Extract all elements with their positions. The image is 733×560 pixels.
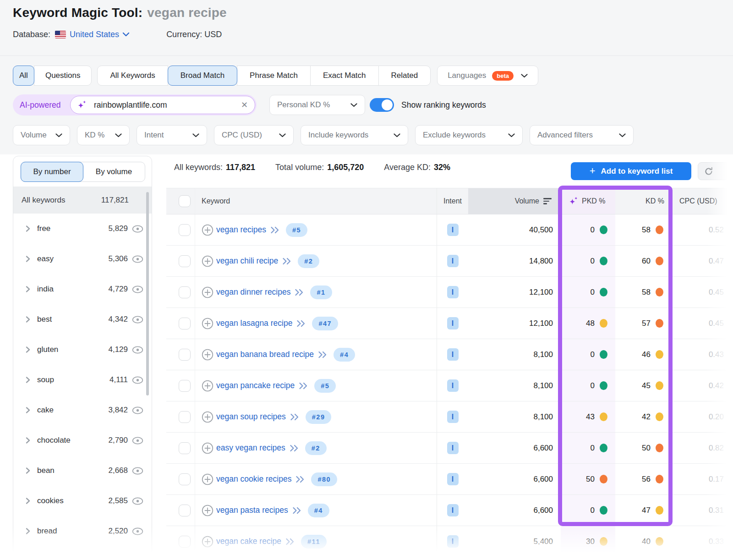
add-keyword-icon[interactable]: [202, 411, 213, 423]
eye-icon[interactable]: [132, 255, 143, 263]
keyword-link[interactable]: vegan cake recipe: [216, 537, 281, 546]
chevron-right-icon[interactable]: [26, 285, 30, 293]
eye-icon[interactable]: [132, 467, 143, 475]
row-checkbox[interactable]: [179, 318, 191, 329]
keyword-link[interactable]: vegan soup recipes: [216, 412, 286, 422]
select-all-checkbox[interactable]: [179, 195, 191, 207]
row-checkbox[interactable]: [179, 380, 191, 392]
chevron-right-icon[interactable]: [26, 316, 30, 323]
keyword-group-item[interactable]: soup 4,111: [13, 365, 152, 395]
keyword-group-item[interactable]: easy 5,306: [13, 244, 152, 274]
add-keyword-icon[interactable]: [202, 505, 213, 516]
chevron-right-icon[interactable]: [26, 346, 30, 353]
row-checkbox[interactable]: [179, 536, 191, 548]
show-ranking-toggle[interactable]: [370, 98, 394, 112]
refresh-button[interactable]: [698, 162, 733, 180]
tab-all[interactable]: All: [13, 66, 34, 86]
intent-filter[interactable]: Intent: [137, 125, 207, 145]
double-chevron-icon[interactable]: [282, 258, 292, 265]
add-keyword-icon[interactable]: [202, 380, 213, 392]
add-keyword-icon[interactable]: [202, 349, 213, 361]
double-chevron-icon[interactable]: [296, 320, 306, 327]
eye-icon[interactable]: [132, 437, 143, 445]
double-chevron-icon[interactable]: [290, 445, 299, 452]
keyword-group-item[interactable]: bread 2,520: [13, 516, 152, 546]
chevron-right-icon[interactable]: [26, 225, 30, 232]
row-checkbox[interactable]: [179, 286, 191, 298]
add-keyword-icon[interactable]: [202, 442, 213, 454]
tab-all-keywords[interactable]: All Keywords: [97, 66, 168, 86]
tab-phrase-match[interactable]: Phrase Match: [237, 66, 311, 86]
eye-icon[interactable]: [132, 316, 143, 324]
keyword-group-item[interactable]: chocolate 2,790: [13, 425, 152, 456]
eye-icon[interactable]: [132, 285, 143, 293]
column-header-keyword[interactable]: Keyword: [195, 188, 437, 214]
chevron-right-icon[interactable]: [26, 376, 30, 384]
chevron-right-icon[interactable]: [26, 527, 30, 535]
keyword-link[interactable]: vegan pancake recipe: [216, 381, 295, 390]
eye-icon[interactable]: [132, 527, 143, 535]
add-keyword-icon[interactable]: [202, 255, 213, 267]
keyword-link[interactable]: vegan recipes: [216, 225, 266, 235]
row-checkbox[interactable]: [179, 473, 191, 485]
by-number-tab[interactable]: By number: [21, 162, 83, 182]
tab-related[interactable]: Related: [378, 66, 431, 86]
chevron-right-icon[interactable]: [26, 255, 30, 263]
domain-input[interactable]: rainbowplantlife.com ✕: [70, 96, 255, 114]
chevron-right-icon[interactable]: [26, 497, 30, 505]
double-chevron-icon[interactable]: [318, 351, 328, 358]
keyword-group-item[interactable]: cookies 2,585: [13, 486, 152, 516]
kd-filter[interactable]: KD %: [77, 125, 130, 145]
tab-questions[interactable]: Questions: [34, 66, 92, 86]
double-chevron-icon[interactable]: [285, 538, 295, 545]
advanced-filters[interactable]: Advanced filters: [530, 125, 634, 145]
add-keyword-icon[interactable]: [202, 318, 213, 329]
chevron-right-icon[interactable]: [26, 437, 30, 444]
keyword-link[interactable]: easy vegan recipes: [216, 443, 285, 453]
keyword-link[interactable]: vegan lasagna recipe: [216, 318, 292, 328]
double-chevron-icon[interactable]: [292, 507, 302, 514]
chevron-right-icon[interactable]: [26, 406, 30, 414]
clear-icon[interactable]: ✕: [241, 100, 248, 110]
keyword-group-item[interactable]: bean 2,668: [13, 456, 152, 486]
double-chevron-icon[interactable]: [295, 289, 304, 296]
languages-dropdown[interactable]: Languages beta: [437, 66, 538, 86]
personal-kd-dropdown[interactable]: Personal KD %: [269, 95, 365, 115]
row-checkbox[interactable]: [179, 255, 191, 267]
chevron-down-icon[interactable]: [122, 32, 130, 37]
keyword-link[interactable]: vegan pasta recipes: [216, 505, 288, 515]
double-chevron-icon[interactable]: [299, 382, 308, 390]
keyword-link[interactable]: vegan cookie recipes: [216, 474, 291, 484]
row-checkbox[interactable]: [179, 349, 191, 361]
exclude-keywords-filter[interactable]: Exclude keywords: [415, 125, 523, 145]
add-keyword-icon[interactable]: [202, 224, 213, 236]
keyword-group-item[interactable]: gluten 4,129: [13, 335, 152, 365]
double-chevron-icon[interactable]: [270, 226, 280, 234]
tab-exact-match[interactable]: Exact Match: [310, 66, 379, 86]
by-volume-tab[interactable]: By volume: [83, 162, 145, 181]
cpc-filter[interactable]: CPC (USD): [214, 125, 294, 145]
chevron-right-icon[interactable]: [26, 467, 30, 474]
double-chevron-icon[interactable]: [290, 413, 300, 421]
add-keyword-icon[interactable]: [202, 286, 213, 298]
keyword-group-item[interactable]: free 5,829: [13, 214, 152, 244]
add-keyword-icon[interactable]: [202, 473, 213, 485]
keyword-link[interactable]: vegan banana bread recipe: [216, 350, 314, 359]
column-header-volume[interactable]: Volume: [468, 188, 561, 214]
column-header-pkd[interactable]: PKD %: [561, 188, 615, 214]
add-keyword-icon[interactable]: [202, 536, 213, 548]
eye-icon[interactable]: [132, 406, 143, 414]
add-to-keyword-list-button[interactable]: +Add to keyword list: [571, 162, 691, 180]
row-checkbox[interactable]: [179, 411, 191, 423]
row-checkbox[interactable]: [179, 224, 191, 236]
include-keywords-filter[interactable]: Include keywords: [301, 125, 408, 145]
column-header-cpc[interactable]: CPC (USD): [671, 188, 733, 214]
row-checkbox[interactable]: [179, 505, 191, 516]
double-chevron-icon[interactable]: [295, 476, 305, 483]
row-checkbox[interactable]: [179, 442, 191, 454]
sidebar-scrollbar[interactable]: [146, 192, 149, 395]
database-value[interactable]: United States: [70, 30, 119, 39]
column-header-intent[interactable]: Intent: [437, 188, 468, 214]
all-keywords-row[interactable]: All keywords 117,821: [13, 187, 152, 214]
eye-icon[interactable]: [132, 497, 143, 505]
